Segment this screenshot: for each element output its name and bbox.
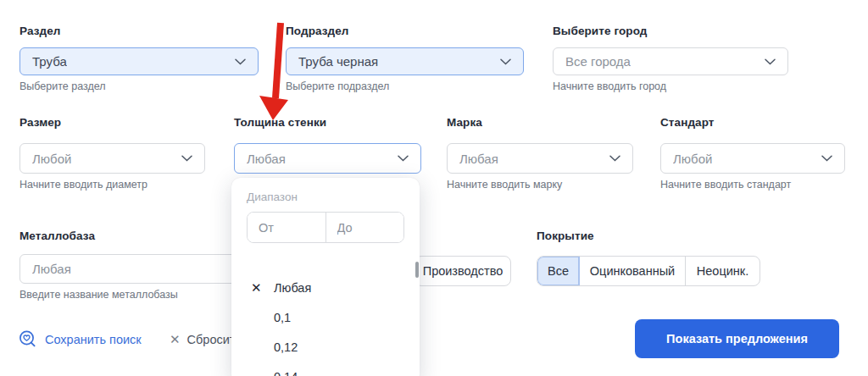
subsection-select-value: Труба черная bbox=[298, 54, 378, 69]
production-button[interactable]: Производство bbox=[415, 256, 511, 286]
chevron-down-icon bbox=[398, 155, 409, 162]
dropdown-option[interactable]: 0,12 bbox=[231, 332, 420, 362]
filter-panel: Раздел Труба Выберите раздел Подраздел Т… bbox=[0, 0, 868, 376]
clear-x-icon: ✕ bbox=[251, 280, 262, 296]
coating-option-galvanized[interactable]: Оцинкованный bbox=[580, 257, 686, 285]
city-label: Выберите город bbox=[553, 25, 648, 37]
subsection-select[interactable]: Труба черная bbox=[286, 47, 524, 75]
chevron-down-icon bbox=[821, 155, 832, 162]
close-icon: ✕ bbox=[170, 332, 181, 347]
standard-select-value: Любой bbox=[673, 152, 712, 166]
range-to-input[interactable] bbox=[326, 213, 404, 242]
wall-thickness-label: Толщина стенки bbox=[234, 116, 326, 129]
dropdown-option[interactable]: 0,1 bbox=[231, 302, 420, 332]
dropdown-option-label: 0,12 bbox=[274, 340, 298, 354]
size-helper: Начните вводить диаметр bbox=[19, 179, 147, 191]
coating-option-nongalvanized[interactable]: Неоцинк. bbox=[686, 257, 760, 285]
coating-label: Покрытие bbox=[537, 229, 594, 242]
metalbase-helper: Введите название металлобазы bbox=[19, 289, 178, 301]
grade-label: Марка bbox=[447, 116, 482, 129]
grade-select-value: Любая bbox=[459, 152, 498, 166]
grade-helper: Начните вводить марку bbox=[447, 179, 562, 191]
size-select[interactable]: Любой bbox=[19, 143, 205, 174]
size-label: Размер bbox=[19, 116, 61, 129]
city-helper: Начните вводить город bbox=[553, 80, 666, 92]
grade-select[interactable]: Любая bbox=[447, 143, 633, 174]
chevron-down-icon bbox=[609, 155, 620, 162]
wall-thickness-select[interactable]: Любая bbox=[234, 143, 421, 174]
city-select[interactable]: Все города bbox=[553, 47, 788, 75]
section-helper: Выберите раздел bbox=[19, 80, 106, 92]
dropdown-option-clear[interactable]: ✕ Любая bbox=[231, 273, 420, 302]
chevron-down-icon bbox=[235, 58, 246, 65]
metalbase-label: Металлобаза bbox=[19, 229, 95, 242]
section-select-value: Труба bbox=[32, 54, 67, 69]
size-select-value: Любой bbox=[32, 152, 71, 166]
chevron-down-icon bbox=[181, 155, 192, 162]
city-select-value: Все города bbox=[565, 54, 631, 69]
range-section-label: Диапазон bbox=[247, 191, 298, 203]
range-from-input[interactable] bbox=[248, 213, 326, 242]
subsection-helper: Выберите подраздел bbox=[286, 80, 389, 92]
section-select[interactable]: Труба bbox=[19, 47, 259, 75]
save-search-link[interactable]: Сохранить поиск bbox=[18, 329, 142, 349]
save-search-icon bbox=[18, 329, 37, 349]
dropdown-option-label: Любая bbox=[274, 281, 311, 295]
standard-label: Стандарт bbox=[660, 116, 715, 129]
dropdown-option-label: 0,14 bbox=[274, 370, 298, 376]
coating-option-all[interactable]: Все bbox=[537, 257, 580, 285]
range-inputs bbox=[247, 212, 404, 243]
chevron-down-icon bbox=[500, 58, 511, 65]
dropdown-option[interactable]: 0,14 bbox=[231, 362, 420, 376]
dropdown-scrollbar[interactable] bbox=[415, 262, 419, 278]
save-search-label: Сохранить поиск bbox=[45, 333, 142, 346]
section-label: Раздел bbox=[19, 25, 60, 37]
dropdown-option-label: 0,1 bbox=[274, 311, 291, 324]
show-offers-button[interactable]: Показать предложения bbox=[635, 319, 839, 358]
standard-select[interactable]: Любой bbox=[660, 143, 845, 174]
wall-thickness-dropdown-panel: Диапазон ✕ Любая 0,1 0,12 0,14 bbox=[231, 178, 420, 376]
wall-thickness-select-value: Любая bbox=[247, 152, 286, 166]
chevron-down-icon bbox=[765, 58, 776, 65]
coating-segmented-control: Все Оцинкованный Неоцинк. bbox=[537, 256, 760, 286]
standard-helper: Начните вводить стандарт bbox=[660, 179, 791, 191]
subsection-label: Подраздел bbox=[286, 25, 349, 37]
